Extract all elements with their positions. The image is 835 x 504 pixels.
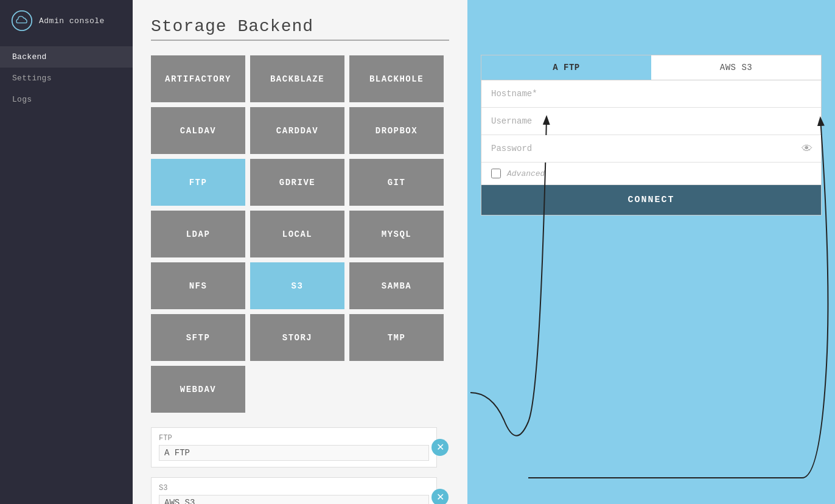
advanced-checkbox[interactable] — [491, 169, 501, 178]
password-visibility-toggle[interactable]: 👁 — [802, 142, 812, 155]
ftp-connection-name-input[interactable] — [159, 445, 429, 461]
s3-connection-instance: S3 ✕ — [151, 477, 437, 504]
tile-ftp[interactable]: FTP — [151, 159, 245, 206]
tile-mysql[interactable]: MYSQL — [349, 211, 444, 257]
tile-caldav[interactable]: CALDAV — [151, 107, 245, 154]
s3-connection-name-input[interactable] — [159, 495, 429, 504]
ftp-connection-label: FTP — [159, 434, 429, 443]
advanced-label: Advanced — [507, 169, 545, 178]
password-field: 👁 — [481, 135, 821, 163]
svg-point-0 — [12, 11, 32, 30]
s3-connection-label: S3 — [159, 484, 429, 492]
right-panel: A FTP AWS S3 👁 Advanced CONNECT — [467, 0, 835, 504]
advanced-row: Advanced — [481, 163, 821, 185]
tile-backblaze[interactable]: BACKBLAZE — [250, 55, 344, 102]
username-field — [481, 108, 821, 135]
connect-button[interactable]: CONNECT — [481, 185, 821, 215]
tile-dropbox[interactable]: DROPBOX — [349, 107, 444, 154]
tab-awss3[interactable]: AWS S3 — [651, 55, 821, 80]
config-form: 👁 Advanced CONNECT — [481, 80, 821, 215]
sidebar-item-settings[interactable]: Settings — [0, 68, 133, 89]
sidebar-item-logs[interactable]: Logs — [0, 89, 133, 110]
ftp-connection-instance: FTP ✕ — [151, 427, 437, 467]
hostname-input[interactable] — [481, 80, 821, 107]
tab-aftp[interactable]: A FTP — [481, 55, 651, 80]
sidebar-item-backend[interactable]: Backend — [0, 46, 133, 68]
tile-nfs[interactable]: NFS — [151, 262, 245, 309]
tile-tmp[interactable]: TMP — [349, 314, 444, 361]
config-tabs: A FTP AWS S3 — [481, 55, 821, 80]
tile-sftp[interactable]: SFTP — [151, 314, 245, 361]
sidebar-logo-area: Admin console — [0, 0, 133, 41]
tile-storj[interactable]: STORJ — [250, 314, 344, 361]
username-input[interactable] — [481, 108, 821, 135]
tile-git[interactable]: GIT — [349, 159, 444, 206]
tile-artifactory[interactable]: ARTIFACTORY — [151, 55, 245, 102]
page-title: Storage Backend — [151, 17, 449, 41]
tile-gdrive[interactable]: GDRIVE — [250, 159, 344, 206]
tile-s3[interactable]: S3 — [250, 262, 344, 309]
tile-local[interactable]: LOCAL — [250, 211, 344, 257]
tile-carddav[interactable]: CARDDAV — [250, 107, 344, 154]
hostname-field — [481, 80, 821, 108]
sidebar: Admin console Backend Settings Logs — [0, 0, 133, 504]
app-title: Admin console — [39, 16, 105, 26]
sidebar-nav: Backend Settings Logs — [0, 41, 133, 115]
tile-ldap[interactable]: LDAP — [151, 211, 245, 257]
cloud-logo-icon — [11, 10, 33, 32]
ftp-connection-close-button[interactable]: ✕ — [431, 439, 449, 456]
tile-webdav[interactable]: WEBDAV — [151, 366, 245, 413]
tile-samba[interactable]: SAMBA — [349, 262, 444, 309]
password-input[interactable] — [481, 135, 821, 162]
tile-blackhole[interactable]: BLACKHOLE — [349, 55, 444, 102]
backend-grid: ARTIFACTORY BACKBLAZE BLACKHOLE CALDAV C… — [151, 55, 449, 413]
s3-connection-close-button[interactable]: ✕ — [431, 489, 449, 504]
main-content: Storage Backend ARTIFACTORY BACKBLAZE BL… — [133, 0, 467, 504]
config-panel: A FTP AWS S3 👁 Advanced CONNECT — [481, 55, 822, 215]
